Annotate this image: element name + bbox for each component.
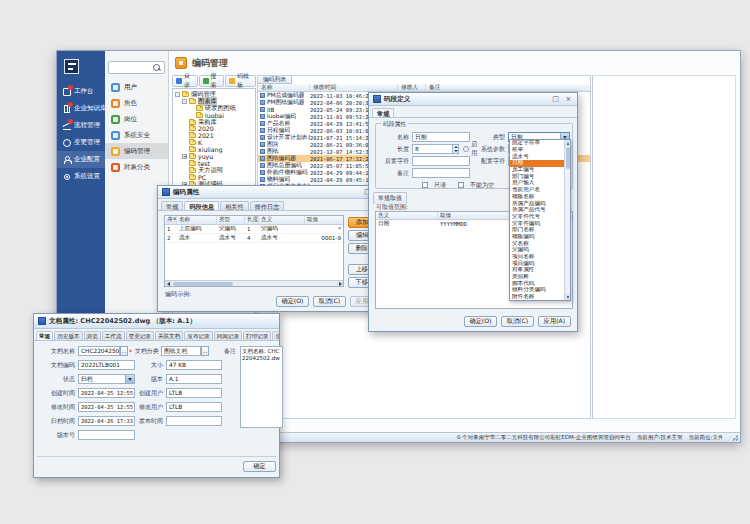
type-option[interactable]: 当前用户名 (510, 187, 564, 194)
chevron-down-icon[interactable] (125, 375, 134, 383)
type-option[interactable]: 用户输入 (510, 180, 564, 187)
dialog-titlebar[interactable]: 文档属性: CHC22042502.dwg （版本: A.1） (34, 314, 279, 329)
menu-item-1[interactable]: 用户 (105, 79, 168, 95)
type-option[interactable]: 项目名称 (510, 254, 564, 261)
tree-toolbar-button-2[interactable]: 搜索 (199, 75, 225, 87)
type-option[interactable]: 流水号 (510, 153, 564, 160)
doc-tab-7[interactable]: 发布记录 (184, 331, 212, 340)
doc-name-input[interactable]: CHC22042502.dwg (78, 346, 120, 356)
scrollbar-thumb[interactable] (566, 147, 570, 169)
dialog-tab-4[interactable]: 操作日志 (250, 201, 285, 210)
doc-tab-2[interactable]: 历史版本 (54, 331, 82, 340)
remark-textarea[interactable]: 文档名称: CHC22042502.dw (240, 346, 283, 428)
cancel-button[interactable]: 取消(C) (501, 316, 534, 327)
version-no-input[interactable] (78, 430, 135, 440)
length-input[interactable]: 8 (412, 144, 453, 154)
column-header[interactable]: 含义 (376, 212, 438, 219)
tree-node[interactable]: 天力说明 (173, 167, 255, 174)
type-option[interactable]: 固定字符串 (510, 140, 564, 147)
doc-tab-3[interactable]: 浏览 (84, 331, 101, 340)
doc-tab-4[interactable]: 工作流 (102, 331, 125, 340)
column-header[interactable]: 含义 (259, 216, 305, 224)
scroll-down-icon[interactable] (565, 294, 570, 300)
column-header[interactable]: 类型 (217, 216, 245, 224)
dialog-tab-2[interactable]: 码段信息 (184, 201, 219, 210)
tree-node[interactable]: K (173, 139, 255, 146)
tree-node[interactable]: 研发图图纸 (173, 105, 255, 112)
suffix-input[interactable] (412, 156, 470, 166)
doc-tab-5[interactable]: 变更记录 (126, 331, 154, 340)
column-header[interactable]: 修改时间 (310, 84, 398, 91)
maximize-icon[interactable]: □ (551, 95, 560, 104)
horizontal-scrollbar[interactable] (165, 280, 343, 286)
enable-radio[interactable] (463, 146, 469, 152)
type-option[interactable]: 所属产品编码 (510, 200, 564, 207)
column-header[interactable]: 修改人 (398, 84, 426, 91)
type-option[interactable]: 模板名称 (510, 194, 564, 201)
doc-tab-6[interactable]: 关联文档 (155, 331, 183, 340)
scroll-left-icon[interactable] (165, 281, 171, 287)
type-option[interactable]: 父名称 (510, 240, 564, 247)
ok-button[interactable]: 确定 (243, 461, 276, 472)
type-option[interactable]: 父编码 (510, 247, 564, 254)
notempty-checkbox[interactable] (458, 182, 464, 188)
menu-item-6[interactable]: 对象分类 (105, 159, 168, 175)
doc-class-input[interactable]: 图纸文档 (161, 346, 201, 356)
type-option[interactable]: 对象属性 (510, 267, 564, 274)
tree-node[interactable]: 2021 (173, 132, 255, 139)
name-input[interactable]: 日期 (412, 132, 470, 142)
sidebar-item-4[interactable]: 变更管理 (57, 134, 105, 151)
collapse-icon[interactable]: - (175, 92, 180, 97)
column-header[interactable]: 名称 (258, 84, 310, 91)
type-option[interactable]: 附件名称 (510, 294, 564, 301)
sidebar-item-2[interactable]: 企业知识库 (57, 100, 105, 117)
note-input[interactable] (412, 168, 470, 178)
ok-button[interactable]: 确定(O) (464, 316, 497, 327)
dialog-tab-general[interactable]: 常规 (372, 108, 394, 117)
doc-tab-10[interactable]: 借阅记录 (272, 331, 279, 340)
ok-button[interactable]: 确定(O) (276, 296, 309, 307)
doc-tab-8[interactable]: 回阅记录 (214, 331, 242, 340)
menu-item-4[interactable]: 系统安全 (105, 127, 168, 143)
menu-item-2[interactable]: 角色 (105, 95, 168, 111)
type-option[interactable]: 部门编号 (510, 173, 564, 180)
type-option[interactable]: 父零件代号 (510, 214, 564, 221)
scroll-up-icon[interactable] (565, 140, 570, 146)
column-header[interactable]: 序号 (165, 216, 177, 224)
column-header[interactable]: 名称 (177, 216, 217, 224)
type-option[interactable]: 类别树 (510, 274, 564, 281)
sidebar-item-3[interactable]: 流程管理 (57, 117, 105, 134)
dropdown-scrollbar[interactable] (564, 140, 570, 300)
type-option[interactable]: 枚举 (510, 147, 564, 154)
resize-grip[interactable] (732, 435, 738, 441)
browse-button[interactable]: ... (201, 346, 209, 356)
segment-row[interactable]: 1上层编码父编码1父编码* (165, 225, 343, 234)
tree-node[interactable]: +yuyu (173, 153, 255, 160)
menu-item-3[interactable]: 岗位 (105, 111, 168, 127)
search-input[interactable] (110, 63, 154, 72)
expand-icon[interactable]: + (182, 154, 187, 159)
type-option[interactable]: 日期 (510, 160, 564, 167)
dialog-tab-3[interactable]: 相关性 (220, 201, 249, 210)
doc-code-input[interactable]: 2022LTLB001 (78, 360, 135, 370)
cancel-button[interactable]: 取消(C) (313, 296, 346, 307)
type-option[interactable]: 父零件编码 (510, 220, 564, 227)
column-header[interactable]: 取值 (305, 216, 343, 224)
browse-button[interactable]: ... (120, 346, 128, 356)
type-option[interactable]: 物料分类编码 (510, 287, 564, 294)
menu-item-5[interactable]: 编码管理 (105, 143, 168, 159)
apply-button[interactable]: 应用(A) (538, 316, 571, 327)
column-header[interactable]: 长度 (245, 216, 259, 224)
scroll-right-icon[interactable] (337, 281, 343, 287)
status-select[interactable]: 归档 (78, 374, 135, 384)
close-icon[interactable]: × (564, 95, 573, 104)
type-option[interactable]: 项目编码 (510, 260, 564, 267)
dialog-titlebar[interactable]: 编码属性 □ × (158, 186, 389, 199)
type-option[interactable]: 模板编码 (510, 234, 564, 241)
collapse-icon[interactable]: - (182, 99, 187, 104)
tree-node[interactable]: 采购库 (173, 119, 255, 126)
column-header[interactable]: 备注 (426, 84, 590, 91)
length-spinner[interactable] (453, 144, 459, 154)
type-option[interactable]: 员工编号 (510, 167, 564, 174)
tree-toolbar-button-3[interactable]: 码模板 (225, 75, 256, 87)
